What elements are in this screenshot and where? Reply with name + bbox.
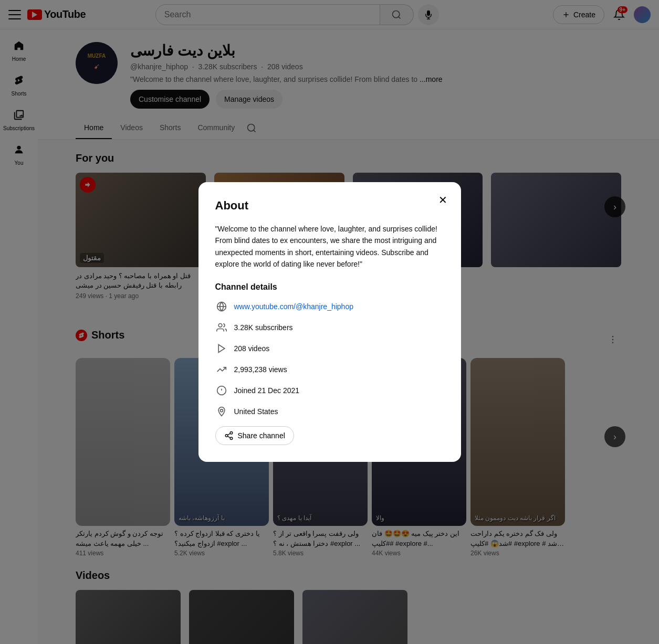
svg-point-23	[230, 432, 233, 435]
svg-point-17	[218, 324, 222, 328]
videos-count-text: 208 videos	[234, 344, 270, 353]
channel-details-title: Channel details	[215, 282, 444, 292]
play-icon	[215, 342, 228, 355]
svg-point-22	[220, 409, 223, 412]
location-icon	[215, 405, 228, 418]
subscribers-text: 3.28K subscribers	[234, 323, 293, 332]
svg-marker-18	[218, 345, 225, 353]
share-channel-button[interactable]: Share channel	[215, 426, 294, 445]
svg-point-25	[230, 437, 233, 440]
svg-point-24	[225, 435, 228, 437]
detail-row-website: www.youtube.com/@khanjre_hiphop	[215, 300, 444, 313]
detail-row-videos: 208 videos	[215, 342, 444, 355]
detail-row-subscribers: 3.28K subscribers	[215, 321, 444, 334]
trending-icon	[215, 363, 228, 376]
website-text[interactable]: www.youtube.com/@khanjre_hiphop	[234, 302, 353, 311]
modal-title: About	[215, 199, 444, 213]
about-modal: ✕ About "Welcome to the channel where lo…	[198, 182, 461, 462]
joined-text: Joined 21 Dec 2021	[234, 386, 300, 395]
modal-description: "Welcome to the channel where love, laug…	[215, 223, 444, 270]
svg-line-27	[227, 434, 230, 435]
modal-close-button[interactable]: ✕	[434, 191, 453, 209]
country-text: United States	[234, 407, 278, 416]
info-icon	[215, 384, 228, 397]
share-channel-label: Share channel	[238, 431, 285, 440]
svg-line-26	[227, 436, 230, 438]
people-icon	[215, 321, 228, 334]
detail-row-country: United States	[215, 405, 444, 418]
detail-row-views: 2,993,238 views	[215, 363, 444, 376]
views-text: 2,993,238 views	[234, 365, 287, 374]
detail-row-joined: Joined 21 Dec 2021	[215, 384, 444, 397]
globe-icon	[215, 300, 228, 313]
modal-overlay[interactable]: ✕ About "Welcome to the channel where lo…	[0, 0, 659, 644]
